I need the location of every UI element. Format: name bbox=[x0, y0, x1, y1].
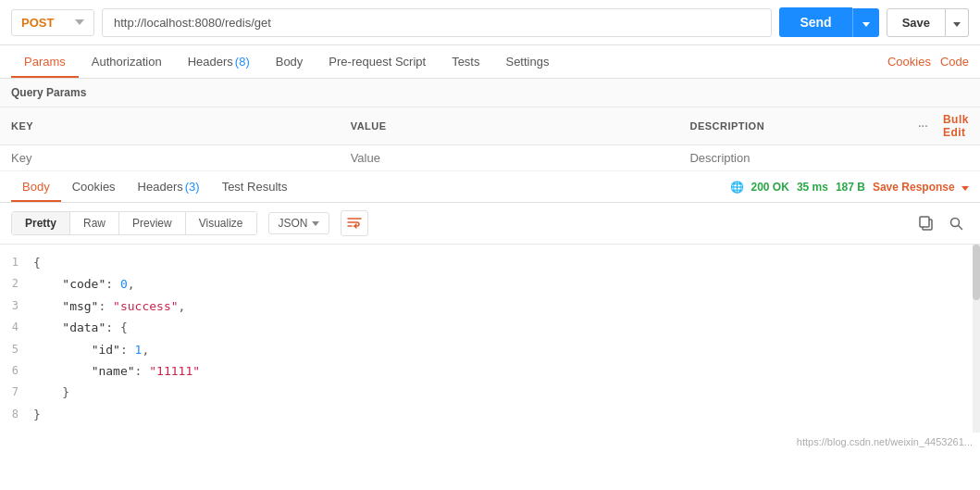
top-bar: POST Send Save bbox=[0, 0, 980, 45]
req-tab-right: Cookies Code bbox=[887, 55, 969, 69]
status-size: 187 B bbox=[836, 181, 865, 194]
save-button[interactable]: Save bbox=[887, 8, 946, 37]
method-select[interactable]: POST bbox=[11, 9, 94, 36]
params-table: KEY VALUE DESCRIPTION ··· Bulk Edit bbox=[0, 107, 980, 171]
response-toolbar: Pretty Raw Preview Visualize JSON bbox=[0, 203, 980, 245]
col-key: KEY bbox=[0, 107, 340, 145]
value-input[interactable] bbox=[351, 151, 668, 165]
col-description: DESCRIPTION bbox=[678, 107, 892, 145]
status-time: 35 ms bbox=[797, 181, 828, 194]
resp-tab-test-results[interactable]: Test Results bbox=[211, 171, 299, 202]
code-link[interactable]: Code bbox=[940, 55, 969, 69]
svg-rect-1 bbox=[920, 217, 929, 227]
json-label: JSON bbox=[279, 217, 308, 230]
scrollbar-thumb[interactable] bbox=[973, 245, 980, 300]
search-button[interactable] bbox=[943, 210, 969, 236]
code-line-1: 1 { bbox=[0, 252, 980, 273]
tab-headers[interactable]: Headers(8) bbox=[175, 45, 263, 78]
query-params-label: Query Params bbox=[0, 79, 980, 107]
col-more: ··· bbox=[893, 107, 932, 145]
copy-button[interactable] bbox=[913, 210, 939, 236]
save-button-group: Save bbox=[887, 8, 969, 37]
save-response-button[interactable]: Save Response bbox=[873, 181, 969, 194]
response-status-bar: 🌐 200 OK 35 ms 187 B Save Response bbox=[730, 181, 969, 194]
response-section: Body Cookies Headers(3) Test Results 🌐 2… bbox=[0, 171, 980, 451]
copy-icon bbox=[919, 216, 934, 231]
code-line-2: 2 "code": 0, bbox=[0, 273, 980, 295]
method-label: POST bbox=[21, 16, 54, 30]
tab-tests[interactable]: Tests bbox=[439, 45, 492, 78]
bulk-edit-button[interactable]: Bulk Edit bbox=[943, 113, 969, 139]
format-visualize[interactable]: Visualize bbox=[186, 212, 256, 234]
chevron-down-icon bbox=[75, 19, 84, 25]
wrap-icon bbox=[347, 217, 362, 230]
watermark: https://blog.csdn.net/weixin_4453261... bbox=[0, 433, 980, 451]
tab-settings[interactable]: Settings bbox=[492, 45, 562, 78]
json-select[interactable]: JSON bbox=[268, 212, 329, 234]
format-preview[interactable]: Preview bbox=[119, 212, 185, 234]
tab-authorization[interactable]: Authorization bbox=[79, 45, 175, 78]
url-input[interactable] bbox=[102, 8, 772, 37]
save-dropdown-button[interactable] bbox=[946, 8, 969, 37]
code-line-6: 6 "name": "11111" bbox=[0, 360, 980, 382]
bulk-edit-header: Bulk Edit bbox=[932, 107, 980, 145]
globe-icon: 🌐 bbox=[730, 181, 744, 194]
col-value: VALUE bbox=[340, 107, 679, 145]
response-body: 1 { 2 "code": 0, 3 "msg": "success", 4 "… bbox=[0, 245, 980, 433]
cookies-link[interactable]: Cookies bbox=[887, 55, 931, 69]
code-line-8: 8 } bbox=[0, 404, 980, 425]
key-input[interactable] bbox=[11, 151, 329, 165]
save-chevron-icon bbox=[953, 22, 961, 27]
scrollbar-track[interactable] bbox=[973, 245, 980, 433]
tab-prerequest[interactable]: Pre-request Script bbox=[316, 45, 439, 78]
desc-input[interactable] bbox=[689, 151, 881, 165]
code-line-7: 7 } bbox=[0, 382, 980, 403]
status-code: 200 OK bbox=[751, 181, 789, 194]
resp-tab-cookies[interactable]: Cookies bbox=[61, 171, 127, 202]
format-raw[interactable]: Raw bbox=[70, 212, 118, 234]
code-line-4: 4 "data": { bbox=[0, 317, 980, 338]
search-icon bbox=[949, 217, 963, 231]
request-tabs: Params Authorization Headers(8) Body Pre… bbox=[0, 45, 980, 79]
save-response-chevron-icon bbox=[961, 186, 969, 191]
wrap-button[interactable] bbox=[341, 210, 368, 236]
tab-body[interactable]: Body bbox=[263, 45, 316, 78]
format-pretty[interactable]: Pretty bbox=[12, 212, 69, 234]
json-chevron-icon bbox=[312, 221, 319, 226]
format-group: Pretty Raw Preview Visualize bbox=[11, 211, 257, 235]
table-row bbox=[0, 145, 980, 171]
code-line-5: 5 "id": 1, bbox=[0, 339, 980, 360]
response-tabs: Body Cookies Headers(3) Test Results 🌐 2… bbox=[0, 171, 980, 203]
send-button[interactable]: Send bbox=[779, 7, 851, 37]
code-line-3: 3 "msg": "success", bbox=[0, 295, 980, 317]
tab-params[interactable]: Params bbox=[11, 45, 79, 78]
resp-tab-body[interactable]: Body bbox=[11, 171, 61, 202]
send-chevron-icon bbox=[862, 22, 870, 27]
send-dropdown-button[interactable] bbox=[852, 8, 879, 37]
resp-tab-headers[interactable]: Headers(3) bbox=[127, 171, 211, 202]
send-button-group: Send bbox=[779, 7, 878, 37]
svg-line-3 bbox=[958, 225, 961, 229]
